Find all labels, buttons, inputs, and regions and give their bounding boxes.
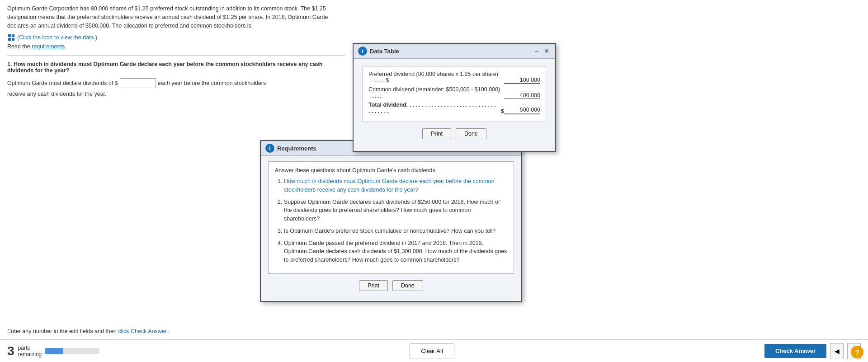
req-item-3-text: Is Optimum Garde's preferred stock cumul… xyxy=(284,228,496,234)
nav-prev-button[interactable]: ◀ xyxy=(830,343,844,359)
data-table-modal-header-left: i Data Table xyxy=(358,47,399,56)
requirements-modal: i Requirements − ✕ Answer these question… xyxy=(260,140,522,302)
intro-text: Optimum Garde Corporation has 80,000 sha… xyxy=(7,5,345,30)
req-item-1-text: How much in dividends must Optimum Garde… xyxy=(284,178,495,193)
data-table-modal-body: Preferred dividend (80,000 shares x 1.25… xyxy=(354,59,555,151)
req-item-2-text: Suppose Optimum Garde declares cash divi… xyxy=(284,199,500,222)
bottom-right: Check Answer ◀ ▶ xyxy=(764,343,861,359)
question-1-text: 1. How much in dividends must Optimum Ga… xyxy=(7,61,345,74)
answer-line2: receive any cash dividends for the year. xyxy=(7,91,345,97)
requirements-done-button[interactable]: Done xyxy=(392,280,423,291)
data-table-row-1: Preferred dividend (80,000 shares x 1.25… xyxy=(368,71,540,84)
bottom-bar: 3 parts remaining Clear All Check Answer… xyxy=(0,339,868,362)
req-item-2: Suppose Optimum Garde declares cash divi… xyxy=(284,198,507,223)
svg-rect-0 xyxy=(8,34,11,37)
requirements-intro: Answer these questions about Optimum Gar… xyxy=(275,167,507,174)
clear-all-button[interactable]: Clear All xyxy=(410,343,454,358)
parts-number: 3 xyxy=(7,345,14,357)
check-answer-button[interactable]: Check Answer xyxy=(764,344,826,358)
data-row-1-label: Preferred dividend (80,000 shares x 1.25… xyxy=(368,71,504,84)
data-table-modal-footer: Print Done xyxy=(363,128,546,144)
enter-text-highlight: click Check Answer xyxy=(118,328,167,334)
data-table-print-button[interactable]: Print xyxy=(422,128,451,139)
requirements-modal-header-left: i Requirements xyxy=(265,144,316,153)
parts-label-line1: parts xyxy=(18,345,42,351)
data-table-modal-controls: − ✕ xyxy=(533,47,551,55)
progress-bar-fill xyxy=(45,348,63,354)
data-table-modal-header: i Data Table − ✕ xyxy=(354,44,555,59)
req-item-1: How much in dividends must Optimum Garde… xyxy=(284,177,507,194)
requirements-link[interactable]: requirements xyxy=(32,43,65,50)
help-button[interactable]: ? xyxy=(851,346,863,358)
progress-bar-container xyxy=(45,348,99,354)
answer-row-1: Optimum Garde must declare dividends of … xyxy=(7,78,345,88)
main-content: Optimum Garde Corporation has 80,000 sha… xyxy=(0,0,353,102)
data-icon-link[interactable]: (Click the icon to view the data.) xyxy=(17,34,97,41)
req-item-4: Optimum Garde passed the preferred divid… xyxy=(284,239,507,264)
data-table-row-2: Common dividend (remainder: $500,000 - $… xyxy=(368,86,540,99)
enter-answer-row: Enter any number in the edit fields and … xyxy=(0,325,868,337)
grid-icon[interactable] xyxy=(7,33,15,42)
icon-link-row: (Click the icon to view the data.) xyxy=(7,33,345,42)
parts-remaining: 3 parts remaining xyxy=(7,345,99,357)
data-table-modal: i Data Table − ✕ Preferred dividend (80,… xyxy=(353,43,556,152)
data-table-content: Preferred dividend (80,000 shares x 1.25… xyxy=(363,66,546,122)
data-table-minimize-button[interactable]: − xyxy=(533,47,541,55)
data-row-2-label: Common dividend (remainder: $500,000 - $… xyxy=(368,86,504,99)
data-row-1-value: 100,000 xyxy=(504,77,540,84)
data-row-2-value: 400,000 xyxy=(504,92,540,99)
requirements-inner: Answer these questions about Optimum Gar… xyxy=(268,161,514,274)
req-item-3: Is Optimum Garde's preferred stock cumul… xyxy=(284,227,507,235)
parts-label-line2: remaining xyxy=(18,351,42,357)
data-row-total-label: Total dividend. . . . . . . . . . . . . … xyxy=(368,102,497,114)
enter-text-part1: Enter any number in the edit fields and … xyxy=(7,328,117,334)
data-table-info-icon: i xyxy=(358,47,367,56)
requirements-modal-footer: Print Done xyxy=(268,280,514,296)
answer-suffix: each year before the common stockholders xyxy=(158,80,266,86)
data-table-row-total: Total dividend. . . . . . . . . . . . . … xyxy=(368,102,540,114)
parts-label: parts remaining xyxy=(18,345,42,357)
data-table-done-button[interactable]: Done xyxy=(456,128,486,139)
answer-input-1[interactable] xyxy=(120,78,156,88)
svg-rect-3 xyxy=(12,38,14,41)
svg-rect-2 xyxy=(8,38,11,41)
read-requirements-row: Read the requirements. xyxy=(7,43,345,50)
requirements-list: How much in dividends must Optimum Garde… xyxy=(275,177,507,264)
requirements-modal-body: Answer these questions about Optimum Gar… xyxy=(261,156,521,301)
data-table-title: Data Table xyxy=(370,48,399,55)
divider xyxy=(7,55,345,56)
requirements-print-button[interactable]: Print xyxy=(359,280,388,291)
requirements-modal-title: Requirements xyxy=(277,145,316,152)
req-item-4-text: Optimum Garde passed the preferred divid… xyxy=(284,240,507,263)
data-table-close-button[interactable]: ✕ xyxy=(542,47,551,55)
requirements-info-icon: i xyxy=(265,144,274,153)
enter-text-part2: . xyxy=(168,328,170,334)
bottom-center: Clear All xyxy=(99,343,764,358)
answer-prefix: Optimum Garde must declare dividends of … xyxy=(7,80,118,86)
data-row-total-value: 500,000 xyxy=(504,107,540,114)
svg-rect-1 xyxy=(12,34,14,37)
data-row-total-symbol: $ xyxy=(497,108,504,114)
